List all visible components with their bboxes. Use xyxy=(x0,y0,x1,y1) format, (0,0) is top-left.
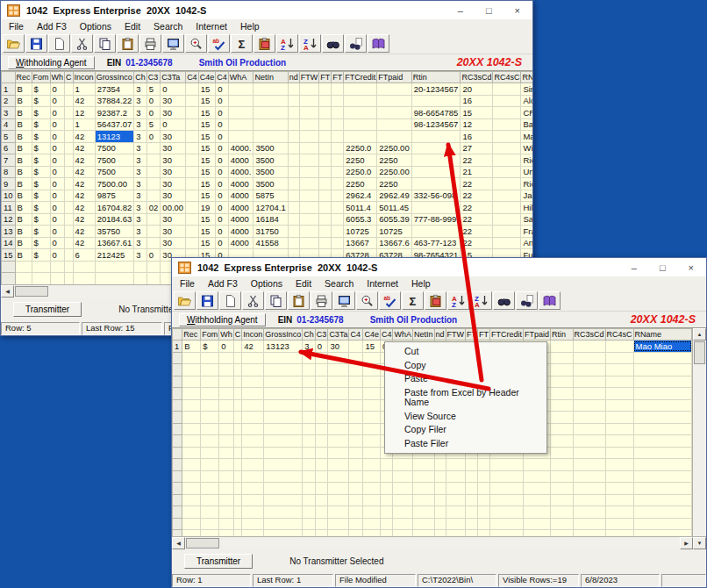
col-header-wha[interactable]: WhA xyxy=(393,329,413,341)
grid-cell[interactable] xyxy=(233,470,242,483)
grid-cell[interactable] xyxy=(186,142,199,154)
grid-cell[interactable] xyxy=(299,154,319,167)
grid-cell[interactable]: 5011.4 xyxy=(344,202,377,214)
grid-cell[interactable] xyxy=(219,364,234,376)
grid-cell[interactable]: B xyxy=(182,341,201,353)
grid-cell[interactable] xyxy=(328,352,349,364)
grid-cell[interactable] xyxy=(344,83,377,96)
zoom-button[interactable] xyxy=(185,34,207,53)
col-header-c3[interactable]: C3 xyxy=(146,72,161,83)
grid-cell[interactable]: 0 xyxy=(50,154,65,167)
empty-row[interactable] xyxy=(173,530,692,537)
grid-cell[interactable] xyxy=(146,226,161,238)
grid-cell[interactable] xyxy=(605,483,633,495)
grid-cell[interactable]: 15 xyxy=(198,226,216,238)
grid-cell[interactable] xyxy=(551,399,573,412)
grid-cell[interactable]: 0 xyxy=(216,107,229,119)
grid-cell[interactable]: 15 xyxy=(198,213,216,226)
grid-cell[interactable] xyxy=(573,364,605,376)
grid-cell[interactable] xyxy=(65,273,74,285)
grid-cell[interactable] xyxy=(328,423,349,435)
grid-cell[interactable] xyxy=(412,459,434,471)
grid-cell[interactable]: 30 xyxy=(161,178,186,190)
grid-cell[interactable] xyxy=(332,226,344,238)
grid-cell[interactable]: 15 xyxy=(198,178,216,190)
grid-cell[interactable]: $ xyxy=(32,154,50,167)
grid-cell[interactable] xyxy=(146,142,161,154)
grid-cell[interactable] xyxy=(412,483,434,495)
grid-cell[interactable]: 22 xyxy=(461,190,493,202)
scroll-left-icon[interactable]: ◀ xyxy=(1,285,14,298)
grid-cell[interactable] xyxy=(65,83,74,96)
grid-cell[interactable] xyxy=(605,459,633,471)
grid-cell[interactable] xyxy=(332,131,344,143)
grid-cell[interactable] xyxy=(332,166,344,178)
grid-cell[interactable]: 3 xyxy=(134,154,147,167)
grid-cell[interactable] xyxy=(288,166,299,178)
grid-cell[interactable] xyxy=(299,142,319,154)
grid-cell[interactable] xyxy=(65,131,74,143)
grid-cell[interactable]: 0 xyxy=(50,142,65,154)
vertical-scrollbar[interactable]: ▲ xyxy=(692,328,706,536)
col-header-rc3scd[interactable]: RC3sCd xyxy=(573,329,605,341)
grid-cell[interactable] xyxy=(363,506,381,519)
grid-cell[interactable] xyxy=(412,530,434,537)
grid-cell[interactable]: 20 xyxy=(461,83,493,96)
grid-cell[interactable] xyxy=(349,364,363,376)
menu-item-edit[interactable]: Edit xyxy=(125,21,140,32)
grid-cell[interactable] xyxy=(233,447,242,459)
grid-cell[interactable] xyxy=(328,459,349,471)
grid-cell[interactable] xyxy=(319,237,332,249)
grid-cell[interactable] xyxy=(363,423,381,435)
grid-cell[interactable] xyxy=(182,412,201,424)
grid-cell[interactable]: 212425 xyxy=(95,249,134,262)
grid-cell[interactable]: 15 xyxy=(198,166,216,178)
grid-cell[interactable]: 0 xyxy=(50,83,65,96)
grid-cell[interactable] xyxy=(478,470,490,483)
grid-cell[interactable]: 3 xyxy=(134,202,147,214)
grid-cell[interactable] xyxy=(633,364,691,376)
grid-cell[interactable] xyxy=(490,506,524,519)
grid-cell[interactable] xyxy=(288,226,299,238)
grid-cell[interactable] xyxy=(299,226,319,238)
spellcheck-button[interactable]: ab xyxy=(208,34,230,53)
grid-cell[interactable]: 4000 xyxy=(228,154,254,167)
grid-cell[interactable] xyxy=(551,506,573,519)
grid-cell[interactable] xyxy=(605,412,633,424)
grid-cell[interactable] xyxy=(319,95,332,107)
maximize-button[interactable]: □ xyxy=(660,260,666,276)
grid-cell[interactable] xyxy=(466,494,478,506)
grid-cell[interactable]: $ xyxy=(32,190,50,202)
scroll-right-icon[interactable]: ▶ xyxy=(680,537,693,549)
grid-cell[interactable]: 3 xyxy=(134,249,147,262)
grid-cell[interactable] xyxy=(201,423,219,435)
grid-cell[interactable] xyxy=(288,213,299,226)
grid-cell[interactable]: 42 xyxy=(73,166,95,178)
grid-cell[interactable]: 0 xyxy=(216,166,229,178)
grid-cell[interactable] xyxy=(315,352,328,364)
grid-cell[interactable] xyxy=(332,118,344,131)
context-menu-item-paste-filer[interactable]: Paste Filer xyxy=(385,437,546,451)
copy-button[interactable] xyxy=(94,34,116,53)
grid-cell[interactable]: 0 xyxy=(216,190,229,202)
grid-cell[interactable]: 30 xyxy=(161,226,186,238)
grid-cell[interactable] xyxy=(219,470,234,483)
grid-cell[interactable]: 0 xyxy=(50,237,65,249)
grid-cell[interactable] xyxy=(551,423,573,435)
grid-cell[interactable]: 30 xyxy=(161,131,186,143)
row-header[interactable]: 11 xyxy=(2,202,16,214)
grid-cell[interactable]: B xyxy=(15,249,32,262)
row-header[interactable]: 2 xyxy=(2,95,16,107)
grid-cell[interactable] xyxy=(328,483,349,495)
grid-cell[interactable] xyxy=(288,154,299,167)
grid-cell[interactable]: 5 xyxy=(146,83,161,96)
grid-cell[interactable] xyxy=(493,213,521,226)
row-header[interactable] xyxy=(2,273,16,285)
menu-item-add-f3[interactable]: Add F3 xyxy=(208,278,238,289)
grid-cell[interactable] xyxy=(573,494,605,506)
grid-cell[interactable] xyxy=(446,530,466,537)
grid-cell[interactable]: 15 xyxy=(461,107,493,119)
grid-cell[interactable] xyxy=(264,399,303,412)
grid-cell[interactable]: $ xyxy=(32,131,50,143)
grid-cell[interactable] xyxy=(349,399,363,412)
